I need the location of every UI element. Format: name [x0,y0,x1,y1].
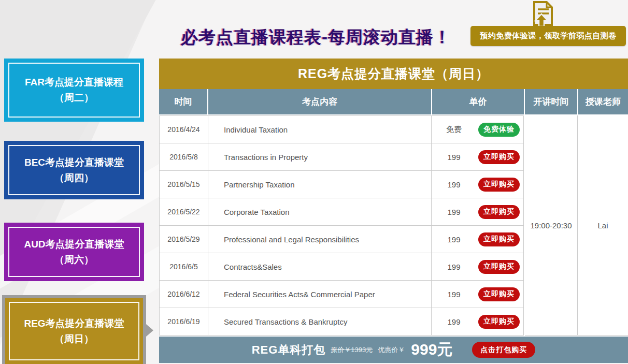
price-value: 199 [443,317,465,326]
price-value: 199 [443,180,465,189]
price-cell: 199 立即购买 [432,281,524,308]
topic-cell: Professional and Legal Responsibilities [208,226,432,253]
price-value: 199 [443,208,465,216]
buy-now-button[interactable]: 立即购买 [478,150,520,164]
table-title: REG考点提分直播课堂（周日） [159,59,628,89]
price-value: 199 [443,235,465,244]
package-buy-button[interactable]: 点击打包购买 [472,342,535,358]
sidebar-item-sublabel: （周六） [54,252,94,268]
price-value: 免费 [443,125,465,135]
price-cell: 199 立即购买 [432,198,524,225]
sidebar-item-far[interactable]: FAR考点提分直播课程 （周二） [4,59,144,122]
sidebar-item-reg-active[interactable]: REG考点提分直播课堂 （周日） [2,295,146,364]
column-header-start-time: 开讲时间 [525,89,577,114]
page-title: 必考点直播课程表-每周滚动直播！ [158,26,474,49]
price-cell: 199 立即购买 [432,253,524,280]
date-cell: 2016/5/8 [160,143,208,170]
table-row: 2016/5/22 Corporate Taxation 199 立即购买 [160,198,524,226]
date-cell: 2016/6/19 [160,308,208,335]
teacher-cell: Lai [578,115,628,336]
price-value: 199 [443,153,465,162]
buy-now-button[interactable]: 立即购买 [478,260,520,274]
sidebar-item-sublabel: （周二） [54,90,94,106]
active-pointer-arrow [146,324,153,337]
free-trial-button[interactable]: 免费体验 [478,123,520,137]
table-row: 2016/4/24 Individual Taxation 免费 免费体验 [160,116,524,143]
free-trial-reserve-button[interactable]: 预约免费体验课，领取学前弱点自测卷 [470,26,626,46]
date-cell: 2016/6/5 [160,253,208,280]
buy-now-button[interactable]: 立即购买 [478,287,520,301]
sidebar-item-sublabel: （周日） [54,331,94,347]
package-discount-label: 优惠价￥ [378,345,405,355]
package-offer-bar: REG单科打包 原价￥1393元 优惠价￥ 999元 点击打包购买 [159,336,628,363]
sidebar-item-label: AUD考点提分直播课堂 [24,237,124,252]
course-table: REG考点提分直播课堂（周日） 时间 考点内容 单价 开讲时间 授课老师 201… [159,59,628,363]
date-cell: 2016/6/12 [160,281,208,308]
sidebar-item-reg-inner: REG考点提分直播课堂 （周日） [5,298,143,364]
price-value: 199 [443,263,465,271]
sidebar-item-bec[interactable]: BEC考点提分直播课堂 （周四） [4,141,144,199]
start-time-cell: 19:00-20:30 [525,115,577,336]
table-body: 2016/4/24 Individual Taxation 免费 免费体验 20… [159,115,628,336]
table-row: 2016/5/8 Transactions in Property 199 立即… [160,143,524,171]
table-row: 2016/6/19 Secured Transactions & Bankrup… [160,308,524,336]
table-column-header: 时间 考点内容 单价 开讲时间 授课老师 [159,89,628,114]
paper-upload-icon [527,1,558,28]
sidebar-item-label: FAR考点提分直播课程 [25,75,123,90]
sidebar-item-aud[interactable]: AUD考点提分直播课堂 （周六） [4,223,144,281]
package-name: REG单科打包 [252,342,326,358]
date-cell: 2016/5/22 [160,198,208,225]
price-value: 199 [443,290,465,299]
sidebar-item-label: BEC考点提分直播课堂 [24,155,124,170]
buy-now-button[interactable]: 立即购买 [478,205,520,219]
table-row: 2016/5/15 Partnership Taxation 199 立即购买 [160,171,524,198]
buy-now-button[interactable]: 立即购买 [478,315,520,329]
price-cell: 199 立即购买 [432,143,524,170]
price-cell: 199 立即购买 [432,308,524,335]
date-cell: 2016/5/29 [160,226,208,253]
buy-now-button[interactable]: 立即购买 [478,232,520,246]
package-price: 999元 [411,339,452,360]
topic-cell: Partnership Taxation [208,171,432,198]
column-header-price: 单价 [432,89,524,114]
date-cell: 2016/4/24 [160,116,208,143]
column-header-teacher: 授课老师 [578,89,628,114]
schedule-rows: 2016/4/24 Individual Taxation 免费 免费体验 20… [159,115,524,336]
column-header-time: 时间 [159,89,207,114]
topic-cell: Federal Securities Acts& Commercial Pape… [208,281,432,308]
buy-now-button[interactable]: 立即购买 [478,178,520,192]
table-row: 2016/5/29 Professional and Legal Respons… [160,226,524,253]
topic-cell: Contracts&Sales [208,253,432,280]
price-cell: 199 立即购买 [432,171,524,198]
date-cell: 2016/5/15 [160,171,208,198]
topic-cell: Transactions in Property [208,143,432,170]
table-row: 2016/6/12 Federal Securities Acts& Comme… [160,281,524,308]
table-row: 2016/6/5 Contracts&Sales 199 立即购买 [160,253,524,281]
topic-cell: Corporate Taxation [208,198,432,225]
price-cell: 免费 免费体验 [432,116,524,143]
topic-cell: Individual Taxation [208,116,432,143]
price-cell: 199 立即购买 [432,226,524,253]
topic-cell: Secured Transactions & Bankruptcy [208,308,432,335]
package-original-price: 原价￥1393元 [331,345,373,355]
sidebar-item-sublabel: （周四） [54,170,94,186]
sidebar-item-label: REG考点提分直播课堂 [24,316,124,331]
column-header-topic: 考点内容 [208,89,431,114]
